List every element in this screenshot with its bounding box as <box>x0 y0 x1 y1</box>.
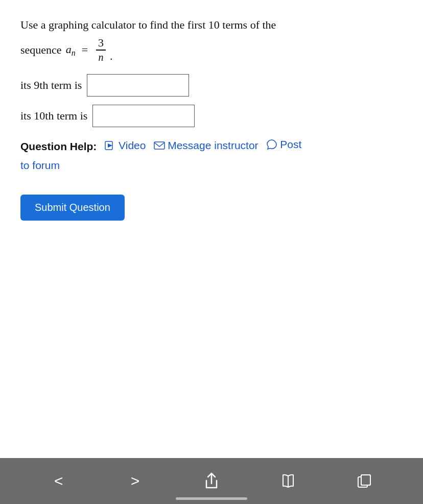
post-link[interactable]: Post <box>266 135 301 154</box>
svg-rect-2 <box>154 142 165 149</box>
home-indicator <box>176 497 247 500</box>
share-icon <box>204 472 219 490</box>
tenth-term-input[interactable] <box>92 105 195 127</box>
ninth-term-label: its 9th term is <box>20 79 82 92</box>
video-link[interactable]: Video <box>105 136 146 155</box>
video-icon <box>105 141 116 150</box>
help-section: Question Help: Video Message instructor … <box>20 135 403 175</box>
submit-button[interactable]: Submit Question <box>20 195 125 221</box>
question-line1: Use a graphing calculator to find the fi… <box>20 16 403 33</box>
tenth-term-row: its 10th term is <box>20 105 403 127</box>
bottom-bar: < > <box>0 458 423 504</box>
main-content: Use a graphing calculator to find the fi… <box>0 0 423 458</box>
copy-icon <box>356 473 372 489</box>
help-label: Question Help: <box>20 140 97 152</box>
forward-button[interactable]: > <box>123 469 147 493</box>
svg-marker-1 <box>108 143 112 148</box>
ninth-term-row: its 9th term is <box>20 74 403 97</box>
fraction: 3 n <box>96 36 106 64</box>
share-button[interactable] <box>199 469 224 493</box>
book-button[interactable] <box>276 469 300 493</box>
message-instructor-link[interactable]: Message instructor <box>154 136 258 155</box>
copy-button[interactable] <box>352 469 377 493</box>
book-icon <box>280 473 296 489</box>
ninth-term-input[interactable] <box>87 74 189 97</box>
post-icon <box>266 139 277 150</box>
mail-icon <box>154 141 165 150</box>
sequence-var: an <box>66 43 76 58</box>
back-button[interactable]: < <box>46 469 71 493</box>
svg-rect-5 <box>361 475 370 485</box>
to-forum-link[interactable]: to forum <box>20 159 60 171</box>
sequence-line: sequence an = 3 n . <box>20 36 403 64</box>
sequence-label: sequence <box>20 43 62 57</box>
tenth-term-label: its 10th term is <box>20 109 87 123</box>
